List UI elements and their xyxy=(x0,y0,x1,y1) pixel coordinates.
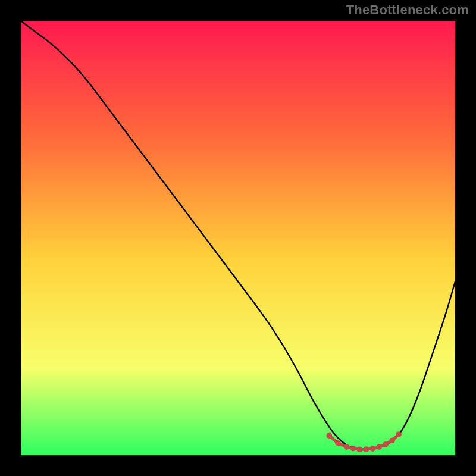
optimal-range-marker xyxy=(350,446,356,452)
watermark-text: TheBottleneck.com xyxy=(346,2,469,18)
optimal-range-marker xyxy=(344,444,350,450)
bottleneck-chart xyxy=(21,21,455,455)
optimal-range-marker xyxy=(383,441,389,447)
optimal-range-marker xyxy=(370,446,376,452)
optimal-range-marker xyxy=(327,433,333,439)
optimal-range-marker xyxy=(364,446,369,452)
optimal-range-marker xyxy=(396,431,402,437)
plot-area xyxy=(21,21,455,455)
optimal-range-marker xyxy=(357,447,363,453)
chart-frame: TheBottleneck.com xyxy=(0,0,476,476)
optimal-range-marker xyxy=(335,440,341,446)
optimal-range-marker xyxy=(389,437,395,443)
optimal-range-marker xyxy=(376,444,382,450)
gradient-background xyxy=(21,21,455,455)
